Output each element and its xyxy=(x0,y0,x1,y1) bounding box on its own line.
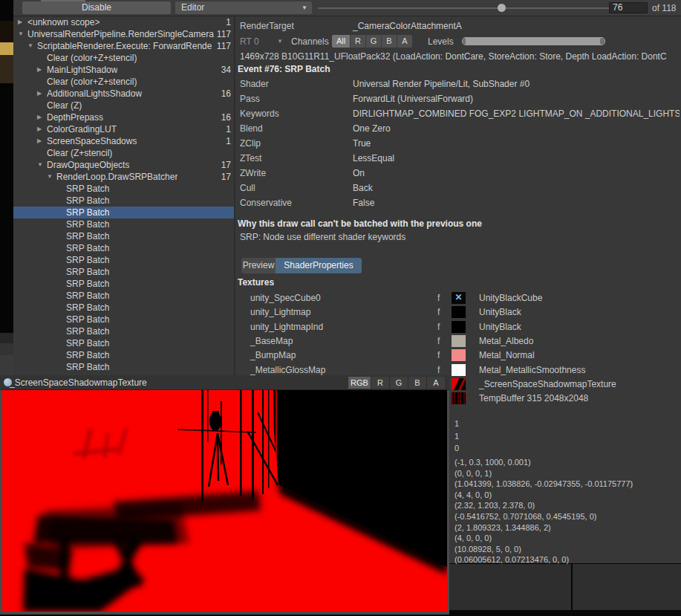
frame-debugger-toolbar: Disable Editor ▼ 76 of 118 xyxy=(13,0,681,16)
texture-swatch-icon[interactable] xyxy=(452,392,466,404)
expand-arrow-icon[interactable]: ▶ xyxy=(37,88,42,100)
scene-object-base xyxy=(0,55,13,83)
collapse-arrow-icon[interactable]: ▼ xyxy=(27,40,33,52)
collapse-arrow-icon[interactable]: ▼ xyxy=(18,28,24,40)
background-panel xyxy=(573,564,681,610)
background-panel xyxy=(449,564,571,610)
channel-g-button[interactable]: G xyxy=(365,35,381,48)
expand-arrow-icon[interactable]: ▶ xyxy=(37,64,42,76)
preview-channel-rgb-button[interactable]: RGB xyxy=(348,377,371,389)
preview-title: _ScreenSpaceShadowmapTexture xyxy=(10,375,147,390)
preview-channel-r-button[interactable]: R xyxy=(371,377,389,389)
float-values-list: 110 xyxy=(454,418,459,455)
texture-value: Metal_Normal xyxy=(479,348,535,363)
tree-row-label: DepthPrepass xyxy=(47,111,103,123)
texture-name: unity_SpecCube0 xyxy=(250,291,321,305)
tree-row[interactable]: ▼ScriptableRenderer.Execute: ForwardRend… xyxy=(13,40,234,52)
tree-row[interactable]: ▶<unknown scope>1 xyxy=(13,16,234,28)
levels-slider[interactable] xyxy=(462,37,605,45)
shader-property-row: CullBack xyxy=(235,181,681,195)
tree-row[interactable]: SRP Batch xyxy=(13,337,234,349)
tree-row[interactable]: ▶AdditionalLightsShadow16 xyxy=(13,88,234,100)
tree-row[interactable]: SRP Batch xyxy=(13,207,234,218)
target-selector-dropdown[interactable]: Editor ▼ xyxy=(175,1,312,14)
frame-number-input[interactable]: 76 xyxy=(609,2,648,13)
tree-row[interactable]: ▶DepthPrepass16 xyxy=(13,111,234,123)
tree-row[interactable]: SRP Batch xyxy=(13,325,234,337)
tree-row[interactable]: SRP Batch xyxy=(13,349,234,361)
preview-channel-b-button[interactable]: B xyxy=(408,377,426,389)
event-tree: ▶<unknown scope>1▼UniversalRenderPipelin… xyxy=(13,16,234,375)
channel-all-button[interactable]: All xyxy=(332,35,350,48)
tree-row[interactable]: Clear (Z+stencil) xyxy=(13,147,234,159)
cubemap-swatch-icon[interactable]: ✕ xyxy=(452,292,466,304)
property-label: Keywords xyxy=(240,106,279,121)
tree-row[interactable]: SRP Batch xyxy=(13,183,234,195)
levels-slider-min-handle[interactable] xyxy=(463,38,466,45)
tree-row[interactable]: ▶ScreenSpaceShadows1 xyxy=(13,135,234,147)
tree-row[interactable]: ▼RenderLoop.DrawSRPBatcher17 xyxy=(13,171,234,183)
texture-type-flag: f xyxy=(437,320,440,334)
preview-channel-a-button[interactable]: A xyxy=(426,377,445,389)
texture-type-flag: f xyxy=(437,291,440,305)
tree-row[interactable]: Clear (color+Z+stencil) xyxy=(13,76,234,88)
texture-swatch-icon[interactable] xyxy=(452,378,466,390)
texture-value: UnityBlackCube xyxy=(479,291,542,305)
preview-channel-g-button[interactable]: G xyxy=(389,377,408,389)
channel-b-button[interactable]: B xyxy=(381,35,397,48)
frame-slider-track[interactable] xyxy=(318,7,634,9)
float-value: 0 xyxy=(454,442,459,455)
tree-row[interactable]: SRP Batch xyxy=(13,314,234,325)
collapse-arrow-icon[interactable]: ▼ xyxy=(37,159,43,171)
expand-arrow-icon[interactable]: ▶ xyxy=(37,123,42,135)
tab-shader-properties[interactable]: ShaderProperties xyxy=(276,258,362,273)
texture-swatch-icon[interactable] xyxy=(452,364,466,376)
property-value: Back xyxy=(353,181,680,195)
disable-button[interactable]: Disable xyxy=(22,1,171,14)
collapse-arrow-icon[interactable]: ▼ xyxy=(47,171,53,183)
shader-property-row: ZWriteOn xyxy=(235,166,681,181)
tree-row[interactable]: SRP Batch xyxy=(13,242,234,254)
texture-row: unity_SpecCube0f✕UnityBlackCube xyxy=(235,291,681,305)
tree-row[interactable]: SRP Batch xyxy=(13,302,234,314)
texture-swatch-icon[interactable] xyxy=(452,306,466,318)
tree-row[interactable]: SRP Batch xyxy=(13,254,234,266)
tab-preview[interactable]: Preview xyxy=(241,258,276,273)
tree-row-count: 17 xyxy=(221,159,231,171)
texture-swatch-icon[interactable] xyxy=(452,349,466,361)
expand-arrow-icon[interactable]: ▶ xyxy=(18,16,22,28)
shader-property-row: BlendOne Zero xyxy=(235,121,681,136)
levels-slider-max-handle[interactable] xyxy=(600,38,605,45)
texture-swatch-icon[interactable] xyxy=(452,321,466,333)
tree-row[interactable]: ▶MainLightShadow34 xyxy=(13,64,234,76)
render-target-value: _CameraColorAttachmentA xyxy=(353,21,462,31)
tree-row[interactable]: ▶ColorGradingLUT1 xyxy=(13,123,234,135)
levels-label: Levels xyxy=(428,36,454,47)
expand-arrow-icon[interactable]: ▶ xyxy=(37,135,42,147)
tree-row-label: MainLightShadow xyxy=(47,64,117,76)
render-texture-icon xyxy=(4,378,12,386)
detail-tabs: Preview ShaderProperties xyxy=(241,258,362,273)
tree-row[interactable]: SRP Batch xyxy=(13,278,234,290)
texture-swatch-icon[interactable] xyxy=(452,335,466,347)
tree-row[interactable]: ▼DrawOpaqueObjects17 xyxy=(13,159,234,171)
tree-row[interactable]: SRP Batch xyxy=(13,195,234,207)
tree-row[interactable]: SRP Batch xyxy=(13,290,234,302)
tree-row[interactable]: SRP Batch xyxy=(13,230,234,242)
property-label: Shader xyxy=(240,77,269,91)
vector-value: (4, 4, 0, 0) xyxy=(454,490,633,501)
tree-row[interactable]: SRP Batch xyxy=(13,266,234,278)
tree-row[interactable]: SRP Batch xyxy=(13,361,234,373)
tree-row[interactable]: ▼UniversalRenderPipeline.RenderSingleCam… xyxy=(13,28,234,40)
channel-r-button[interactable]: R xyxy=(350,35,365,48)
tree-row[interactable]: Clear (Z) xyxy=(13,100,234,111)
expand-arrow-icon[interactable]: ▶ xyxy=(37,111,42,123)
preview-titlebar[interactable]: _ScreenSpaceShadowmapTexture RGBRGBA xyxy=(0,375,449,390)
channels-label: Channels xyxy=(291,36,329,47)
tree-row[interactable]: SRP Batch xyxy=(13,218,234,230)
frame-slider-thumb[interactable] xyxy=(498,4,506,12)
rt-index-dropdown[interactable]: RT 0 xyxy=(240,36,259,47)
texture-preview-window[interactable]: _ScreenSpaceShadowmapTexture RGBRGBA xyxy=(0,375,449,615)
channel-a-button[interactable]: A xyxy=(397,35,412,48)
tree-row[interactable]: Clear (color+Z+stencil) xyxy=(13,52,234,64)
